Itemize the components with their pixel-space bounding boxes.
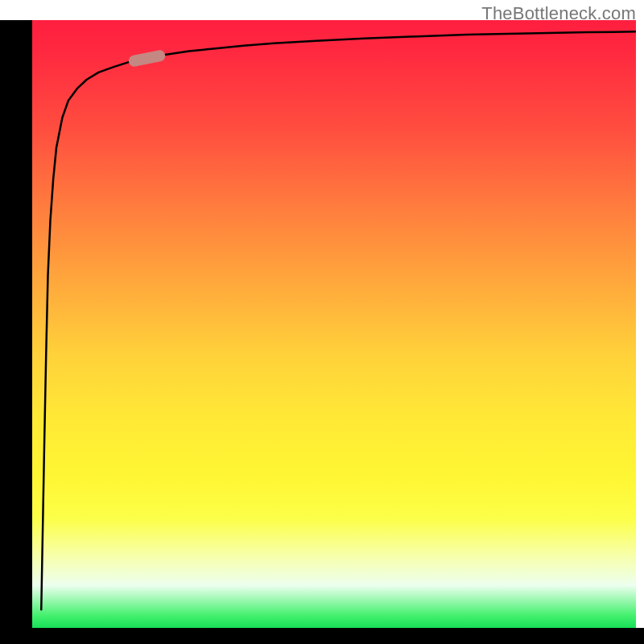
x-axis-bar xyxy=(0,628,644,644)
watermark-text: TheBottleneck.com xyxy=(481,3,636,24)
chart-curve-layer xyxy=(32,20,636,628)
chart-figure: TheBottleneck.com xyxy=(0,0,644,644)
chart-curve xyxy=(41,31,636,609)
y-axis-bar xyxy=(0,20,32,628)
